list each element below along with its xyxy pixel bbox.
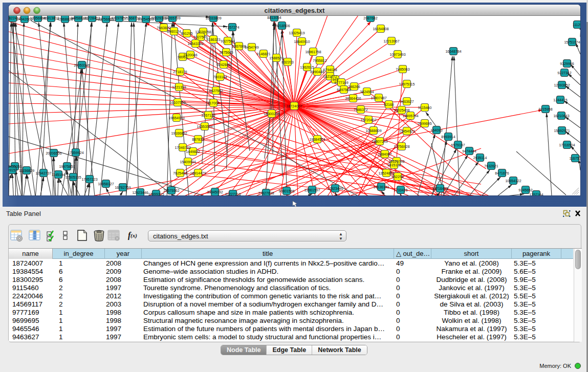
svg-text:16648784: 16648784 bbox=[445, 50, 461, 53]
svg-text:17957223: 17957223 bbox=[81, 178, 97, 181]
svg-text:19166852: 19166852 bbox=[171, 132, 187, 135]
svg-text:8427552: 8427552 bbox=[209, 89, 223, 93]
svg-text:8990448: 8990448 bbox=[310, 70, 324, 74]
svg-text:12923446: 12923446 bbox=[132, 191, 148, 194]
svg-text:9245652: 9245652 bbox=[518, 188, 532, 192]
svg-text:13524851: 13524851 bbox=[378, 171, 394, 175]
svg-text:9242848: 9242848 bbox=[216, 63, 230, 67]
svg-text:164093: 164093 bbox=[430, 128, 442, 132]
svg-text:16154808: 16154808 bbox=[373, 27, 388, 31]
svg-text:77827638: 77827638 bbox=[258, 191, 274, 195]
svg-text:2867608: 2867608 bbox=[232, 45, 246, 48]
svg-text:8186323: 8186323 bbox=[206, 38, 220, 41]
svg-text:(x): (x) bbox=[130, 232, 137, 239]
svg-text:8471676: 8471676 bbox=[495, 171, 509, 175]
svg-text:10807487: 10807487 bbox=[371, 96, 386, 100]
svg-text:887833: 887833 bbox=[192, 138, 204, 141]
svg-text:13325419: 13325419 bbox=[289, 31, 304, 35]
svg-text:2718176: 2718176 bbox=[173, 70, 187, 74]
svg-text:20364436: 20364436 bbox=[345, 97, 361, 100]
svg-text:6497568: 6497568 bbox=[337, 88, 351, 92]
svg-text:13454923: 13454923 bbox=[399, 129, 415, 133]
svg-text:7986372: 7986372 bbox=[354, 108, 367, 112]
svg-text:12923446: 12923446 bbox=[327, 187, 343, 190]
svg-text:13495794: 13495794 bbox=[402, 114, 418, 118]
svg-text:7632621: 7632621 bbox=[484, 164, 498, 168]
svg-text:7485063: 7485063 bbox=[396, 68, 409, 71]
svg-text:16210643: 16210643 bbox=[553, 114, 569, 118]
svg-text:9327509: 9327509 bbox=[193, 35, 207, 39]
svg-text:16782759: 16782759 bbox=[115, 186, 130, 189]
svg-text:18640910: 18640910 bbox=[294, 40, 310, 43]
svg-text:2884067: 2884067 bbox=[378, 152, 391, 156]
svg-text:17359924: 17359924 bbox=[68, 151, 83, 155]
svg-text:17756928: 17756928 bbox=[394, 145, 409, 148]
svg-text:11156829: 11156829 bbox=[19, 169, 34, 172]
svg-text:18724007: 18724007 bbox=[286, 104, 302, 108]
svg-text:7955812: 7955812 bbox=[313, 59, 326, 62]
svg-text:817004: 817004 bbox=[207, 101, 219, 105]
svg-text:1449822: 1449822 bbox=[186, 150, 200, 154]
svg-text:9474444: 9474444 bbox=[462, 149, 476, 153]
svg-text:13226058: 13226058 bbox=[195, 30, 211, 34]
svg-text:1357164: 1357164 bbox=[529, 193, 543, 196]
svg-text:16961758: 16961758 bbox=[305, 50, 321, 54]
svg-text:1588520: 1588520 bbox=[269, 56, 283, 60]
svg-text:7803144: 7803144 bbox=[213, 75, 227, 79]
svg-text:2935114: 2935114 bbox=[473, 156, 487, 160]
svg-text:6579197: 6579197 bbox=[451, 143, 465, 147]
svg-text:1221339: 1221339 bbox=[172, 85, 186, 89]
svg-text:15751074: 15751074 bbox=[564, 40, 580, 44]
svg-text:0699695: 0699695 bbox=[418, 122, 431, 125]
svg-text:8993914: 8993914 bbox=[441, 135, 455, 139]
svg-text:39345092: 39345092 bbox=[207, 190, 223, 194]
svg-text:10025438: 10025438 bbox=[394, 108, 409, 112]
svg-text:7357274: 7357274 bbox=[225, 26, 239, 29]
svg-text:13716485: 13716485 bbox=[432, 187, 448, 190]
svg-text:1733426: 1733426 bbox=[394, 188, 407, 192]
svg-text:9227342: 9227342 bbox=[557, 71, 571, 75]
svg-text:7625402: 7625402 bbox=[173, 171, 187, 175]
svg-text:13561597: 13561597 bbox=[304, 188, 320, 192]
svg-text:11125: 11125 bbox=[573, 23, 580, 27]
svg-text:13999315: 13999315 bbox=[148, 192, 164, 196]
svg-text:3267130: 3267130 bbox=[201, 114, 215, 117]
svg-text:14136141: 14136141 bbox=[373, 185, 389, 189]
svg-text:17046733: 17046733 bbox=[175, 146, 190, 149]
svg-text:16914479: 16914479 bbox=[190, 171, 206, 175]
svg-text:12942737: 12942737 bbox=[35, 171, 51, 175]
svg-text:18807249: 18807249 bbox=[372, 140, 387, 143]
svg-text:8454749: 8454749 bbox=[245, 46, 258, 49]
svg-text:9327504: 9327504 bbox=[221, 39, 234, 43]
svg-text:12213967: 12213967 bbox=[383, 39, 399, 43]
svg-text:62160: 62160 bbox=[384, 103, 394, 106]
svg-text:14265799: 14265799 bbox=[164, 16, 180, 20]
svg-text:3215958: 3215958 bbox=[538, 107, 552, 111]
svg-text:90801586: 90801586 bbox=[278, 189, 294, 193]
svg-text:20206556: 20206556 bbox=[46, 151, 61, 155]
svg-text:7663822: 7663822 bbox=[157, 26, 170, 30]
svg-text:9463627: 9463627 bbox=[400, 100, 413, 103]
svg-text:16543382: 16543382 bbox=[187, 42, 203, 46]
svg-text:9329966: 9329966 bbox=[560, 62, 574, 65]
svg-text:17016504: 17016504 bbox=[559, 143, 575, 147]
svg-text:891295: 891295 bbox=[181, 32, 192, 35]
svg-text:1615112: 1615112 bbox=[387, 163, 401, 167]
svg-text:3875645: 3875645 bbox=[219, 51, 233, 54]
svg-text:10958127: 10958127 bbox=[98, 182, 114, 186]
svg-text:10973493: 10973493 bbox=[389, 53, 405, 56]
svg-text:8960124: 8960124 bbox=[167, 30, 181, 33]
svg-text:22575562: 22575562 bbox=[163, 189, 179, 192]
svg-text:9777169: 9777169 bbox=[334, 81, 348, 84]
svg-text:10688609: 10688609 bbox=[365, 129, 381, 133]
svg-text:19654933: 19654933 bbox=[168, 116, 184, 120]
svg-text:15692971: 15692971 bbox=[554, 129, 570, 133]
svg-text:19975857: 19975857 bbox=[59, 165, 75, 168]
svg-text:10654122: 10654122 bbox=[505, 179, 521, 183]
svg-text:16033809: 16033809 bbox=[205, 16, 221, 20]
svg-text:12975115: 12975115 bbox=[399, 82, 415, 86]
svg-text:1244415: 1244415 bbox=[553, 98, 567, 102]
svg-text:16107552: 16107552 bbox=[169, 101, 185, 104]
svg-text:15409934: 15409934 bbox=[180, 160, 195, 164]
svg-text:12093852: 12093852 bbox=[554, 83, 570, 87]
